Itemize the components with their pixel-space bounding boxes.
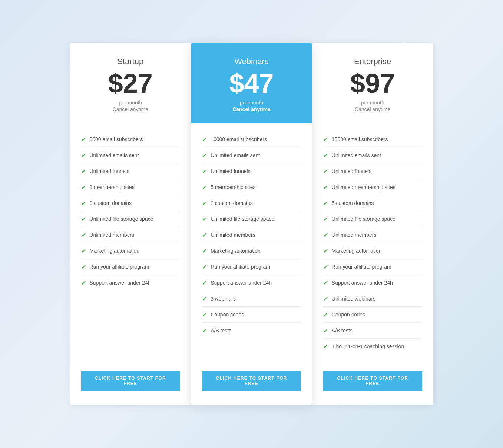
list-item: ✔ Unlimited members: [323, 227, 422, 243]
check-icon: ✔: [323, 152, 328, 159]
feature-text: Unlimited file storage space: [211, 216, 274, 222]
check-icon: ✔: [323, 311, 328, 318]
list-item: ✔ Unlimited members: [81, 227, 180, 243]
check-icon: ✔: [323, 184, 328, 191]
feature-text: A/B tests: [332, 328, 353, 333]
check-icon: ✔: [81, 168, 86, 175]
list-item: ✔ 5 custom domains: [323, 195, 422, 211]
check-icon: ✔: [81, 263, 86, 271]
cta-button-enterprise[interactable]: CLICK HERE TO START FOR FREE: [323, 371, 422, 391]
feature-text: 0 custom domains: [90, 200, 132, 206]
check-icon: ✔: [323, 263, 328, 271]
plan-price-startup: $27: [81, 70, 180, 97]
list-item: ✔ Marketing automation: [81, 243, 180, 259]
check-icon: ✔: [202, 248, 207, 255]
plan-period-webinars: per month: [202, 100, 301, 106]
check-icon: ✔: [323, 232, 328, 239]
feature-text: Support answer under 24h: [332, 280, 393, 286]
feature-text: A/B tests: [211, 328, 231, 333]
list-item: ✔ Unlimited members: [202, 227, 301, 243]
pricing-wrapper: Startup $27 per month Cancel anytime ✔ 5…: [70, 43, 433, 405]
list-item: ✔ 15000 email subscribers: [323, 132, 422, 147]
check-icon: ✔: [81, 248, 86, 255]
check-icon: ✔: [202, 232, 207, 239]
feature-text: Unlimited funnels: [90, 168, 129, 174]
feature-text: 3 webinars: [211, 296, 236, 302]
check-icon: ✔: [81, 152, 86, 159]
feature-text: Unlimited members: [332, 232, 377, 238]
cta-button-startup[interactable]: CLICK HERE TO START FOR FREE: [81, 371, 180, 391]
check-icon: ✔: [323, 279, 328, 286]
feature-text: Run your affiliate program: [211, 264, 270, 270]
feature-text: Support answer under 24h: [90, 280, 151, 286]
check-icon: ✔: [81, 279, 86, 286]
list-item: ✔ A/B tests: [202, 323, 301, 338]
feature-text: Unlimited membership sites: [332, 184, 396, 190]
check-icon: ✔: [81, 232, 86, 239]
check-icon: ✔: [202, 184, 207, 191]
list-item: ✔ Marketing automation: [323, 243, 422, 259]
feature-text: 1 hour 1-on-1 coaching session: [332, 344, 404, 349]
feature-text: Unlimited funnels: [211, 168, 250, 174]
feature-text: Run your affiliate program: [90, 264, 149, 270]
feature-text: 15000 email subscribers: [332, 136, 388, 142]
pricing-card-startup: Startup $27 per month Cancel anytime ✔ 5…: [70, 43, 191, 405]
list-item: ✔ Unlimited webinars: [323, 291, 422, 307]
check-icon: ✔: [202, 216, 207, 223]
list-item: ✔ Unlimited emails sent: [202, 147, 301, 163]
card-footer-enterprise: CLICK HERE TO START FOR FREE: [312, 363, 433, 405]
list-item: ✔ Unlimited emails sent: [323, 147, 422, 163]
list-item: ✔ 1 hour 1-on-1 coaching session: [323, 339, 422, 354]
plan-price-webinars: $47: [202, 70, 301, 97]
list-item: ✔ Support answer under 24h: [202, 275, 301, 291]
card-footer-webinars: CLICK HERE TO START FOR FREE: [191, 363, 312, 405]
list-item: ✔ 5 membership sites: [202, 179, 301, 195]
feature-text: Unlimited members: [90, 232, 135, 238]
feature-text: Unlimited emails sent: [211, 152, 260, 158]
list-item: ✔ Unlimited funnels: [323, 163, 422, 179]
feature-text: Marketing automation: [90, 248, 140, 254]
check-icon: ✔: [202, 295, 207, 302]
feature-text: Support answer under 24h: [211, 280, 272, 286]
features-list-enterprise: ✔ 15000 email subscribers ✔ Unlimited em…: [312, 123, 433, 363]
plan-cancel-enterprise: Cancel anytime: [323, 106, 422, 112]
list-item: ✔ Unlimited membership sites: [323, 179, 422, 195]
plan-cancel-startup: Cancel anytime: [81, 106, 180, 112]
feature-text: 10000 email subscribers: [211, 136, 267, 142]
check-icon: ✔: [323, 168, 328, 175]
check-icon: ✔: [202, 152, 207, 159]
check-icon: ✔: [202, 200, 207, 207]
list-item: ✔ A/B tests: [323, 323, 422, 339]
feature-text: Marketing automation: [211, 248, 261, 254]
list-item: ✔ Run your affiliate program: [81, 259, 180, 275]
feature-text: Coupon codes: [211, 312, 244, 318]
check-icon: ✔: [81, 136, 86, 143]
card-header-enterprise: Enterprise $97 per month Cancel anytime: [312, 43, 433, 123]
plan-name-webinars: Webinars: [202, 57, 301, 66]
pricing-card-enterprise: Enterprise $97 per month Cancel anytime …: [312, 43, 433, 405]
card-footer-startup: CLICK HERE TO START FOR FREE: [70, 363, 191, 405]
check-icon: ✔: [323, 136, 328, 143]
feature-text: Unlimited webinars: [332, 296, 375, 302]
feature-text: 5 custom domains: [332, 200, 374, 206]
card-header-startup: Startup $27 per month Cancel anytime: [70, 43, 191, 123]
features-list-startup: ✔ 5000 email subscribers ✔ Unlimited ema…: [70, 123, 191, 363]
check-icon: ✔: [323, 200, 328, 207]
feature-text: Unlimited file storage space: [90, 216, 153, 222]
feature-text: Unlimited file storage space: [332, 216, 396, 222]
list-item: ✔ Unlimited funnels: [81, 163, 180, 179]
plan-price-enterprise: $97: [323, 70, 422, 97]
list-item: ✔ Unlimited file storage space: [323, 211, 422, 227]
features-list-webinars: ✔ 10000 email subscribers ✔ Unlimited em…: [191, 123, 312, 363]
check-icon: ✔: [202, 168, 207, 175]
feature-text: Unlimited funnels: [332, 168, 371, 174]
pricing-card-webinars: Webinars $47 per month Cancel anytime ✔ …: [191, 43, 312, 405]
plan-cancel-webinars: Cancel anytime: [202, 106, 301, 112]
list-item: ✔ Unlimited funnels: [202, 163, 301, 179]
check-icon: ✔: [202, 279, 207, 286]
cta-button-webinars[interactable]: CLICK HERE TO START FOR FREE: [202, 371, 301, 391]
feature-text: 3 membership sites: [90, 184, 135, 190]
feature-text: Marketing automation: [332, 248, 382, 254]
plan-period-startup: per month: [81, 100, 180, 106]
list-item: ✔ 0 custom domains: [81, 195, 180, 211]
